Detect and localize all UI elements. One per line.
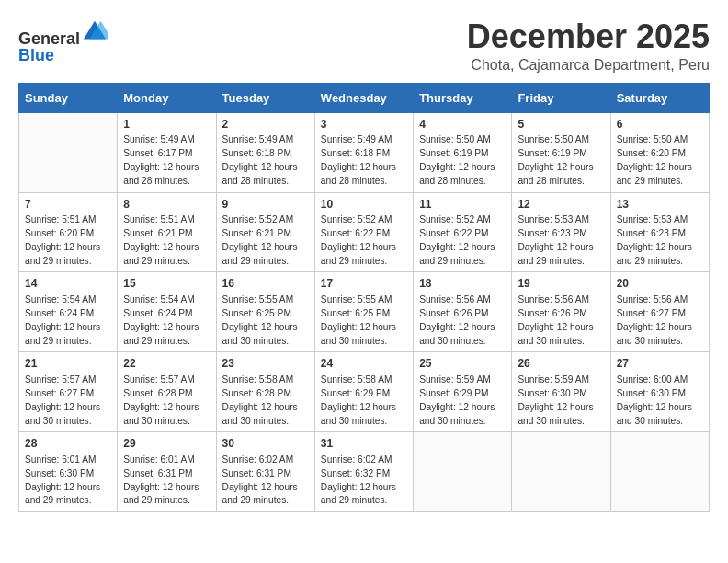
header-day-sunday: Sunday (19, 83, 118, 112)
location-title: Chota, Cajamarca Department, Peru (467, 57, 710, 74)
calendar-cell: 8Sunrise: 5:51 AM Sunset: 6:21 PM Daylig… (118, 192, 216, 272)
day-info: Sunrise: 5:58 AM Sunset: 6:28 PM Dayligh… (222, 373, 309, 428)
calendar-cell: 19Sunrise: 5:56 AM Sunset: 6:26 PM Dayli… (512, 272, 610, 352)
day-number: 15 (123, 276, 210, 292)
calendar-cell: 23Sunrise: 5:58 AM Sunset: 6:28 PM Dayli… (216, 352, 314, 432)
calendar-cell (610, 432, 709, 512)
day-number: 12 (518, 197, 604, 213)
calendar-cell: 4Sunrise: 5:50 AM Sunset: 6:19 PM Daylig… (414, 112, 512, 192)
day-info: Sunrise: 5:56 AM Sunset: 6:26 PM Dayligh… (419, 293, 506, 348)
calendar-cell (512, 432, 610, 512)
logo-blue-text: Blue (18, 46, 54, 64)
day-number: 25 (419, 356, 506, 372)
day-info: Sunrise: 5:52 AM Sunset: 6:22 PM Dayligh… (321, 213, 407, 268)
header-row: SundayMondayTuesdayWednesdayThursdayFrid… (19, 83, 710, 112)
calendar-header: SundayMondayTuesdayWednesdayThursdayFrid… (19, 83, 710, 112)
day-info: Sunrise: 5:53 AM Sunset: 6:23 PM Dayligh… (518, 213, 604, 268)
logo: General Blue (18, 18, 108, 65)
calendar-cell: 5Sunrise: 5:50 AM Sunset: 6:19 PM Daylig… (512, 112, 610, 192)
calendar-cell: 27Sunrise: 6:00 AM Sunset: 6:30 PM Dayli… (610, 352, 709, 432)
day-info: Sunrise: 5:57 AM Sunset: 6:28 PM Dayligh… (123, 373, 210, 428)
day-number: 24 (321, 356, 407, 372)
calendar-cell: 15Sunrise: 5:54 AM Sunset: 6:24 PM Dayli… (118, 272, 216, 352)
calendar-cell: 18Sunrise: 5:56 AM Sunset: 6:26 PM Dayli… (414, 272, 512, 352)
day-number: 22 (123, 356, 210, 372)
day-info: Sunrise: 5:50 AM Sunset: 6:19 PM Dayligh… (419, 133, 506, 188)
day-number: 16 (222, 276, 309, 292)
day-info: Sunrise: 5:56 AM Sunset: 6:26 PM Dayligh… (518, 293, 604, 348)
day-number: 6 (617, 117, 703, 132)
header-day-tuesday: Tuesday (216, 83, 314, 112)
day-info: Sunrise: 5:49 AM Sunset: 6:18 PM Dayligh… (321, 133, 407, 188)
calendar-cell: 2Sunrise: 5:49 AM Sunset: 6:18 PM Daylig… (216, 112, 314, 192)
day-info: Sunrise: 5:51 AM Sunset: 6:21 PM Dayligh… (123, 213, 210, 268)
calendar-cell: 28Sunrise: 6:01 AM Sunset: 6:30 PM Dayli… (19, 432, 118, 512)
day-number: 18 (419, 276, 506, 292)
day-info: Sunrise: 5:55 AM Sunset: 6:25 PM Dayligh… (222, 293, 309, 348)
day-number: 11 (419, 197, 506, 213)
day-info: Sunrise: 5:49 AM Sunset: 6:18 PM Dayligh… (222, 133, 309, 188)
day-info: Sunrise: 5:56 AM Sunset: 6:27 PM Dayligh… (617, 293, 703, 348)
page-header: General Blue December 2025 Chota, Cajama… (18, 18, 710, 74)
day-number: 2 (222, 117, 309, 132)
day-number: 1 (123, 117, 210, 132)
day-info: Sunrise: 5:58 AM Sunset: 6:29 PM Dayligh… (321, 373, 407, 428)
day-number: 26 (518, 356, 604, 372)
calendar-cell: 25Sunrise: 5:59 AM Sunset: 6:29 PM Dayli… (414, 352, 512, 432)
day-info: Sunrise: 5:54 AM Sunset: 6:24 PM Dayligh… (123, 293, 210, 348)
calendar-cell: 16Sunrise: 5:55 AM Sunset: 6:25 PM Dayli… (216, 272, 314, 352)
day-number: 13 (617, 197, 703, 213)
week-row-3: 21Sunrise: 5:57 AM Sunset: 6:27 PM Dayli… (19, 352, 710, 432)
day-number: 8 (123, 197, 210, 213)
day-info: Sunrise: 5:52 AM Sunset: 6:21 PM Dayligh… (222, 213, 309, 268)
calendar-cell: 17Sunrise: 5:55 AM Sunset: 6:25 PM Dayli… (314, 272, 413, 352)
week-row-2: 14Sunrise: 5:54 AM Sunset: 6:24 PM Dayli… (19, 272, 710, 352)
calendar-cell: 22Sunrise: 5:57 AM Sunset: 6:28 PM Dayli… (118, 352, 216, 432)
calendar-cell: 21Sunrise: 5:57 AM Sunset: 6:27 PM Dayli… (19, 352, 118, 432)
day-info: Sunrise: 5:49 AM Sunset: 6:17 PM Dayligh… (123, 133, 210, 188)
week-row-1: 7Sunrise: 5:51 AM Sunset: 6:20 PM Daylig… (19, 192, 710, 272)
calendar-cell: 20Sunrise: 5:56 AM Sunset: 6:27 PM Dayli… (610, 272, 709, 352)
calendar-cell: 30Sunrise: 6:02 AM Sunset: 6:31 PM Dayli… (216, 432, 314, 512)
month-title: December 2025 (467, 18, 710, 55)
day-info: Sunrise: 6:01 AM Sunset: 6:31 PM Dayligh… (123, 454, 210, 508)
calendar-cell: 1Sunrise: 5:49 AM Sunset: 6:17 PM Daylig… (118, 112, 216, 192)
day-number: 30 (222, 436, 309, 452)
header-day-saturday: Saturday (610, 83, 709, 112)
header-day-thursday: Thursday (414, 83, 512, 112)
day-info: Sunrise: 5:53 AM Sunset: 6:23 PM Dayligh… (617, 213, 703, 268)
day-number: 28 (25, 436, 111, 452)
day-number: 17 (321, 276, 407, 292)
calendar-cell: 10Sunrise: 5:52 AM Sunset: 6:22 PM Dayli… (314, 192, 413, 272)
day-info: Sunrise: 5:51 AM Sunset: 6:20 PM Dayligh… (25, 213, 111, 268)
header-day-friday: Friday (512, 83, 610, 112)
calendar-cell: 26Sunrise: 5:59 AM Sunset: 6:30 PM Dayli… (512, 352, 610, 432)
day-info: Sunrise: 5:50 AM Sunset: 6:19 PM Dayligh… (518, 133, 604, 188)
week-row-0: 1Sunrise: 5:49 AM Sunset: 6:17 PM Daylig… (19, 112, 710, 192)
day-info: Sunrise: 5:59 AM Sunset: 6:30 PM Dayligh… (518, 373, 604, 428)
day-number: 31 (321, 436, 407, 452)
calendar-cell: 13Sunrise: 5:53 AM Sunset: 6:23 PM Dayli… (610, 192, 709, 272)
week-row-4: 28Sunrise: 6:01 AM Sunset: 6:30 PM Dayli… (19, 432, 710, 512)
day-number: 3 (321, 117, 407, 132)
calendar-cell: 29Sunrise: 6:01 AM Sunset: 6:31 PM Dayli… (118, 432, 216, 512)
day-info: Sunrise: 5:55 AM Sunset: 6:25 PM Dayligh… (321, 293, 407, 348)
calendar-table: SundayMondayTuesdayWednesdayThursdayFrid… (18, 83, 710, 513)
header-day-wednesday: Wednesday (314, 83, 413, 112)
day-info: Sunrise: 5:57 AM Sunset: 6:27 PM Dayligh… (25, 373, 111, 428)
day-number: 10 (321, 197, 407, 213)
day-info: Sunrise: 6:01 AM Sunset: 6:30 PM Dayligh… (25, 454, 111, 508)
day-info: Sunrise: 5:50 AM Sunset: 6:20 PM Dayligh… (617, 133, 703, 188)
day-info: Sunrise: 6:02 AM Sunset: 6:31 PM Dayligh… (222, 454, 309, 508)
calendar-cell: 24Sunrise: 5:58 AM Sunset: 6:29 PM Dayli… (314, 352, 413, 432)
day-number: 21 (25, 356, 111, 372)
day-number: 19 (518, 276, 604, 292)
day-number: 20 (617, 276, 703, 292)
calendar-cell: 6Sunrise: 5:50 AM Sunset: 6:20 PM Daylig… (610, 112, 709, 192)
day-info: Sunrise: 5:52 AM Sunset: 6:22 PM Dayligh… (419, 213, 506, 268)
day-info: Sunrise: 6:00 AM Sunset: 6:30 PM Dayligh… (617, 373, 703, 428)
day-number: 27 (617, 356, 703, 372)
title-block: December 2025 Chota, Cajamarca Departmen… (467, 18, 710, 74)
calendar-body: 1Sunrise: 5:49 AM Sunset: 6:17 PM Daylig… (19, 112, 710, 512)
calendar-cell: 3Sunrise: 5:49 AM Sunset: 6:18 PM Daylig… (314, 112, 413, 192)
